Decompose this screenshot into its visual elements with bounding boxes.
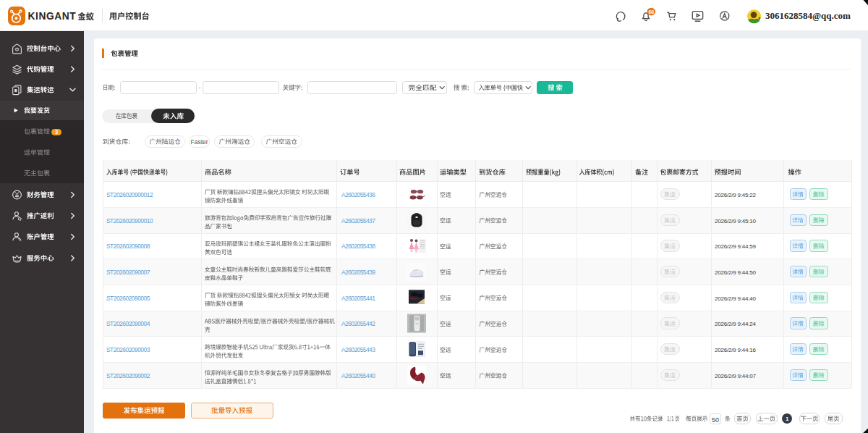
svg-text:1: 1 bbox=[786, 416, 789, 422]
svg-text:Faster: Faster bbox=[191, 138, 208, 146]
svg-text:2026/2/9 9:44:07: 2026/2/9 9:44:07 bbox=[715, 373, 757, 379]
svg-text:ST202602090005: ST202602090005 bbox=[106, 295, 150, 302]
svg-text:2026/2/9 9:44:50: 2026/2/9 9:44:50 bbox=[715, 269, 757, 276]
svg-text:KINGANT: KINGANT bbox=[28, 11, 77, 22]
svg-text:2026/2/9 9:44:59: 2026/2/9 9:44:59 bbox=[715, 243, 757, 250]
svg-text:A2602055439: A2602055439 bbox=[341, 269, 375, 276]
svg-text:2026/2/9 9:44:16: 2026/2/9 9:44:16 bbox=[715, 347, 757, 353]
svg-text:2026/2/9 9:45:22: 2026/2/9 9:45:22 bbox=[715, 192, 757, 198]
svg-text:A2602055441: A2602055441 bbox=[341, 295, 375, 302]
svg-text:A2602055440: A2602055440 bbox=[341, 372, 375, 379]
svg-text:66: 66 bbox=[649, 9, 655, 15]
svg-text:A2602055436: A2602055436 bbox=[341, 191, 375, 198]
svg-text:2026/2/9 9:44:24: 2026/2/9 9:44:24 bbox=[715, 321, 757, 327]
svg-text:A2602055438: A2602055438 bbox=[341, 243, 375, 250]
svg-text:2026/2/9 9:44:40: 2026/2/9 9:44:40 bbox=[715, 295, 757, 302]
svg-text:ST202602090004: ST202602090004 bbox=[106, 320, 150, 327]
svg-text:ST202602090003: ST202602090003 bbox=[106, 346, 150, 353]
svg-text:ST202602090007: ST202602090007 bbox=[106, 269, 150, 276]
svg-text:ST202602090002: ST202602090002 bbox=[106, 372, 150, 379]
svg-text:-: - bbox=[198, 84, 200, 91]
svg-text:3: 3 bbox=[55, 130, 58, 135]
svg-text:50: 50 bbox=[712, 416, 719, 424]
svg-text:2026/2/9 9:45:10: 2026/2/9 9:45:10 bbox=[715, 218, 757, 224]
svg-text:A2602055442: A2602055442 bbox=[341, 320, 375, 327]
svg-text:ST2026020900012: ST2026020900012 bbox=[106, 191, 153, 198]
svg-text:3061628584@qq.com: 3061628584@qq.com bbox=[765, 10, 851, 21]
svg-text:ST202602090008: ST202602090008 bbox=[106, 243, 150, 250]
svg-text:A2602055443: A2602055443 bbox=[341, 346, 375, 353]
svg-text:A2602055437: A2602055437 bbox=[341, 217, 375, 224]
svg-text:ST2026020900010: ST2026020900010 bbox=[106, 217, 153, 224]
